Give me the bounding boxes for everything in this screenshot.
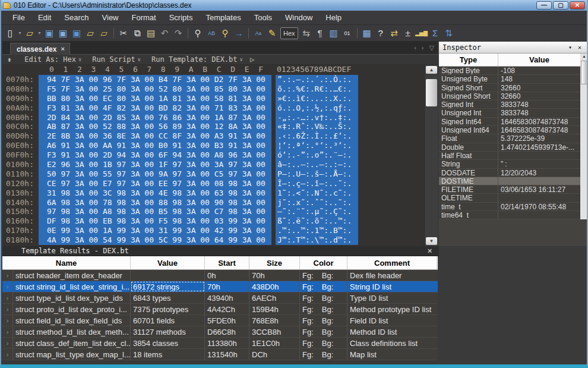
run-script-chevron-icon[interactable]: ∨ (135, 56, 143, 62)
stats-icon[interactable]: Σ (429, 27, 442, 40)
hex-bytes-selected[interactable]: E2 96 3A 00 1B 97 3A 00 1F 97 3A 00 3A 9… (39, 160, 271, 169)
inspector-row[interactable]: time64_t (439, 211, 580, 219)
hex-bytes-selected[interactable]: 31 98 3A 00 3C 98 3A 00 4E 98 3A 00 63 9… (39, 188, 271, 198)
base-convert-icon[interactable]: ⇅ (442, 27, 456, 40)
hex-ascii-selected[interactable]: â–:..—:..—:.:—:. (276, 160, 358, 169)
template-row[interactable]: ›struct field_id_list dex_field_ids60701… (2, 315, 438, 326)
run-template-play-icon[interactable]: ▷ (245, 55, 254, 64)
binary-view-icon[interactable]: 01 (341, 27, 354, 40)
hex-row[interactable]: 00A0h:F3 81 3A 00 4F 82 3A 00 BD 82 3A 0… (2, 103, 424, 113)
hex-row[interactable]: 0120h:CE 97 3A 00 E7 97 3A 00 EE 97 3A 0… (2, 179, 424, 188)
new-file-icon[interactable]: ▯ (4, 27, 17, 40)
word-wrap-icon[interactable]: ⇆ (300, 27, 313, 40)
columns-icon[interactable]: ▥ (327, 27, 340, 40)
hex-row[interactable]: 0180h:4A 99 3A 00 54 99 3A 00 5C 99 3A 0… (2, 235, 424, 245)
hex-bytes-selected[interactable]: 0E 99 3A 00 1A 99 3A 00 31 99 3A 00 42 9… (39, 226, 271, 235)
inspector-row[interactable]: Unsigned Short32660 (439, 92, 580, 100)
hex-ascii-selected[interactable]: ß˜:.ë˜:.õ˜:..™:. (276, 216, 358, 226)
hex-row[interactable]: 0080h:F5 7F 3A 00 25 80 3A 00 52 80 3A 0… (2, 84, 424, 94)
undo-icon[interactable]: ↶ (158, 27, 171, 40)
expand-chevron-icon[interactable]: › (2, 326, 13, 337)
menu-item-file[interactable]: File (6, 11, 31, 24)
hex-ascii-selected[interactable]: »€:.ì€:...:.X.:. (276, 94, 358, 103)
save-as-icon[interactable]: ▣ (56, 27, 69, 40)
pilcrow-icon[interactable]: ¶ (314, 27, 327, 40)
calculator-icon[interactable]: ▦ (361, 27, 374, 40)
inspector-menu-icon[interactable]: ▾ (565, 44, 575, 51)
save-all-icon[interactable]: ▣ (70, 27, 83, 40)
scroll-thumb[interactable] (426, 79, 437, 106)
hex-bytes-selected[interactable]: 97 98 3A 00 A8 98 3A 00 B5 98 3A 00 C7 9… (39, 207, 271, 216)
hex-row[interactable]: 0090h:BB 80 3A 00 EC 80 3A 00 1A 81 3A 0… (2, 94, 424, 103)
template-row[interactable]: ›struct map_list_type dex_map_l...18 ite… (2, 349, 438, 360)
hex-row[interactable]: 0140h:6A 98 3A 00 78 98 3A 00 88 98 3A 0… (2, 198, 424, 207)
hex-ascii-selected[interactable]: ó‘:.-”:.o”:.¨–:. (276, 150, 358, 160)
hex-bytes-selected[interactable]: 94 7F 3A 00 96 7F 3A 00 B4 7F 3A 00 D2 7… (39, 75, 271, 84)
inspector-scroll-thumb[interactable] (581, 61, 587, 84)
inspector-row[interactable]: Signed Short32660 (439, 84, 580, 92)
file-info-icon[interactable]: ? (374, 27, 387, 40)
template-row[interactable]: ›struct class_def_item_list dex_cl...385… (2, 338, 438, 349)
menu-item-search[interactable]: Search (58, 11, 95, 24)
hex-bytes-selected[interactable]: 2D 84 3A 00 2D 85 3A 00 76 86 3A 00 1A 8… (39, 113, 271, 122)
menu-item-templates[interactable]: Templates (199, 11, 247, 24)
hex-bytes-selected[interactable]: 4A 99 3A 00 54 99 3A 00 5C 99 3A 00 64 9… (39, 235, 271, 245)
minimize-button[interactable]: — (536, 1, 552, 10)
import-folder-icon[interactable]: ▱ (97, 27, 110, 40)
template-row[interactable]: ›struct type_id_list dex_type_ids6843 ty… (2, 292, 438, 304)
close-folder-icon[interactable]: ▱ (84, 27, 97, 40)
menu-item-view[interactable]: View (96, 11, 125, 24)
hex-row[interactable]: 0170h:0E 99 3A 00 1A 99 3A 00 31 99 3A 0… (2, 226, 424, 235)
hex-row[interactable]: 0130h:31 98 3A 00 3C 98 3A 00 4E 98 3A 0… (2, 188, 424, 198)
font-icon[interactable]: Aᴀ (252, 27, 265, 40)
hex-ascii-selected[interactable]: .‹:.6Ž:.Ì.:.£‘:. (276, 131, 358, 141)
hex-ascii-selected[interactable]: Î—:.ç—:.î—:..˜:. (276, 179, 358, 188)
hex-row[interactable]: 0160h:DF 98 3A 00 EB 98 3A 00 F5 98 3A 0… (2, 216, 424, 226)
inspector-row[interactable]: time_t02/14/1970 08:55:48 (439, 203, 580, 211)
histogram-icon[interactable]: ▂▅▇ (415, 27, 428, 40)
hex-bytes-selected[interactable]: AB 87 3A 00 52 88 3A 00 56 89 3A 00 12 8… (39, 122, 271, 131)
edit-as-chevron-icon[interactable]: ∨ (76, 56, 84, 62)
hex-ascii-selected[interactable]: .™:..™:.1™:.B™:. (276, 226, 358, 235)
open-file-icon[interactable]: ▱ (23, 27, 36, 40)
tab-next-icon[interactable]: › (422, 44, 424, 52)
template-row[interactable]: ›struct string_id_list dex_string_i...69… (2, 281, 438, 292)
inspector-row[interactable]: OLETIME (439, 194, 580, 202)
tab-close-icon[interactable]: × (61, 45, 64, 55)
inspector-row[interactable]: Half Float (439, 152, 580, 160)
hex-ascii-selected[interactable]: ¦‘:.ª‘:.°‘:.³‘:. (276, 141, 358, 150)
template-row[interactable]: ›struct header_item dex_header0h70hFg:Bg… (2, 270, 438, 281)
copy-icon[interactable]: ⧉ (131, 27, 144, 40)
inspector-row[interactable]: FILETIME03/06/1653 16:11:27 (439, 185, 580, 194)
template-row[interactable]: ›struct proto_id_list dex_proto_i...7375… (2, 304, 438, 315)
run-script-dropdown[interactable]: Run Script (84, 55, 135, 64)
replace-icon[interactable]: AB (205, 27, 218, 40)
expand-chevron-icon[interactable]: › (2, 349, 13, 360)
inspector-row[interactable]: Unsigned Int3833748 (439, 109, 580, 117)
checksum-icon[interactable]: ± (402, 27, 415, 40)
paste-icon[interactable]: ▤ (144, 27, 157, 40)
hex-ascii-selected[interactable]: õ.:.%€:.R€:.…€:. (276, 84, 358, 94)
hex-ascii-selected[interactable]: 1˜:.<˜:.N˜:.c˜:. (276, 188, 358, 198)
hex-bytes-selected[interactable]: A6 91 3A 00 AA 91 3A 00 B0 91 3A 00 B3 9… (39, 141, 271, 150)
expand-chevron-icon[interactable]: › (2, 292, 13, 303)
menu-item-help[interactable]: Help (319, 11, 348, 24)
inspector-row[interactable]: String” : (439, 160, 580, 168)
tab-prev-icon[interactable]: ‹ (414, 44, 416, 52)
menu-item-tools[interactable]: Tools (248, 11, 279, 24)
highlight-icon[interactable]: ✎ (265, 27, 279, 40)
expand-chevron-icon[interactable]: › (2, 304, 13, 314)
inspector-row[interactable]: Signed Int6416465830874873748 (439, 118, 580, 126)
expand-chevron-icon[interactable]: › (2, 281, 13, 292)
inspector-row[interactable]: Float5.372225e-39 (439, 134, 580, 143)
menu-item-edit[interactable]: Edit (31, 11, 58, 24)
menu-item-scripts[interactable]: Scripts (163, 11, 200, 24)
cut-icon[interactable]: ✂ (117, 27, 130, 40)
hex-row[interactable]: 0150h:97 98 3A 00 A8 98 3A 00 B5 98 3A 0… (2, 207, 424, 216)
hex-ascii-selected[interactable]: -„:.-…:.v†:..‡:. (276, 113, 358, 122)
hex-bytes-selected[interactable]: F5 7F 3A 00 25 80 3A 00 52 80 3A 00 85 8… (39, 84, 271, 94)
inspector-scroll-up-icon[interactable]: ▲ (580, 54, 588, 58)
inspector-row[interactable]: Double1.47402145939713e-... (439, 143, 580, 152)
compare-icon[interactable]: ⇄ (388, 27, 401, 40)
inspector-close-icon[interactable]: ✕ (575, 44, 584, 51)
